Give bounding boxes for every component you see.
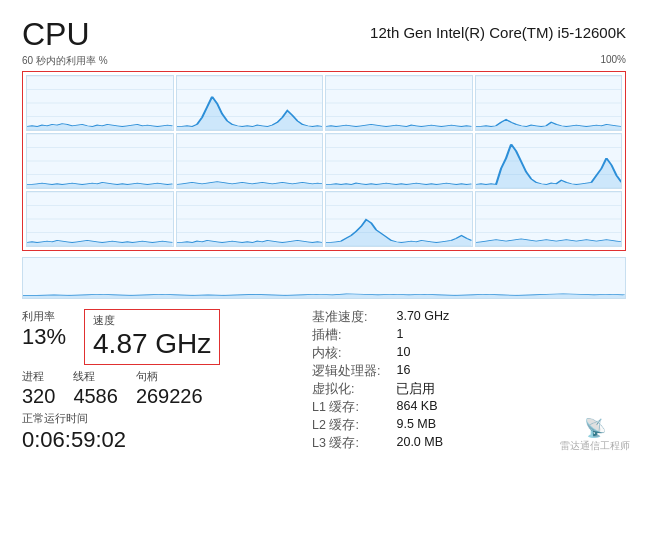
utilization-stat: 利用率 13% <box>22 309 66 349</box>
stat-val-2: 10 <box>396 345 626 362</box>
stat-key-6: L2 缓存: <box>312 417 380 434</box>
stat-key-2: 内核: <box>312 345 380 362</box>
process-stat: 进程 320 <box>22 369 55 407</box>
thread-label: 线程 <box>73 369 118 384</box>
thread-stat: 线程 4586 <box>73 369 118 407</box>
speed-value: 4.87 GHz <box>93 329 211 360</box>
thread-value: 4586 <box>73 385 118 407</box>
stat-val-0: 3.70 GHz <box>396 309 626 326</box>
util-speed-row: 利用率 13% 速度 4.87 GHz <box>22 309 302 365</box>
stats-section: 利用率 13% 速度 4.87 GHz 进程 320 线程 4586 <box>22 309 626 453</box>
chart-cell-0 <box>26 75 174 131</box>
handle-label: 句柄 <box>136 369 203 384</box>
chart-cell-3 <box>475 75 623 131</box>
axis-labels: 60 秒内的利用率 % 100% <box>22 54 626 68</box>
charts-outer <box>22 71 626 251</box>
charts-grid <box>26 75 622 247</box>
stat-val-5: 864 KB <box>396 399 626 416</box>
utilization-label: 利用率 <box>22 309 66 324</box>
process-label: 进程 <box>22 369 55 384</box>
header: CPU 12th Gen Intel(R) Core(TM) i5-12600K <box>22 18 626 50</box>
watermark: 📡 雷达通信工程师 <box>560 417 630 453</box>
uptime-stat: 正常运行时间 0:06:59:02 <box>22 411 302 453</box>
handle-stat: 句柄 269226 <box>136 369 203 407</box>
chart-cell-1 <box>176 75 324 131</box>
chart-cell-11 <box>475 191 623 247</box>
watermark-icon: 📡 <box>560 417 630 439</box>
chart-cell-2 <box>325 75 473 131</box>
stats-left: 利用率 13% 速度 4.87 GHz 进程 320 线程 4586 <box>22 309 302 453</box>
stat-val-3: 16 <box>396 363 626 380</box>
cpu-title: CPU <box>22 18 90 50</box>
chart-bottom <box>22 257 626 299</box>
stat-key-7: L3 缓存: <box>312 435 380 452</box>
utilization-value: 13% <box>22 325 66 349</box>
chart-cell-4 <box>26 133 174 189</box>
chart-cell-5 <box>176 133 324 189</box>
stat-key-5: L1 缓存: <box>312 399 380 416</box>
stat-val-1: 1 <box>396 327 626 344</box>
stat-key-3: 逻辑处理器: <box>312 363 380 380</box>
axis-right-label: 100% <box>600 54 626 68</box>
cpu-model: 12th Gen Intel(R) Core(TM) i5-12600K <box>370 24 626 41</box>
chart-cell-9 <box>176 191 324 247</box>
speed-stat: 速度 4.87 GHz <box>84 309 220 365</box>
chart-cell-6 <box>325 133 473 189</box>
process-value: 320 <box>22 385 55 407</box>
chart-cell-7 <box>475 133 623 189</box>
watermark-text: 雷达通信工程师 <box>560 440 630 451</box>
axis-left-label: 60 秒内的利用率 % <box>22 54 108 68</box>
process-thread-handle-row: 进程 320 线程 4586 句柄 269226 <box>22 369 302 407</box>
chart-cell-10 <box>325 191 473 247</box>
uptime-label: 正常运行时间 <box>22 411 302 426</box>
stat-key-0: 基准速度: <box>312 309 380 326</box>
stat-val-4: 已启用 <box>396 381 626 398</box>
speed-label: 速度 <box>93 313 211 328</box>
stat-key-4: 虚拟化: <box>312 381 380 398</box>
handle-value: 269226 <box>136 385 203 407</box>
uptime-value: 0:06:59:02 <box>22 427 302 453</box>
chart-cell-8 <box>26 191 174 247</box>
stat-key-1: 插槽: <box>312 327 380 344</box>
